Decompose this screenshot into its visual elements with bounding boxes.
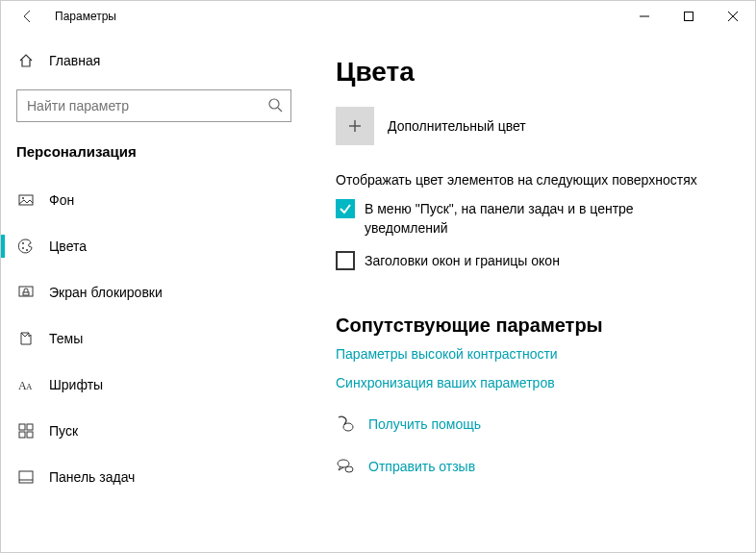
window-controls (622, 1, 755, 32)
help-icon (336, 415, 355, 433)
feedback-icon (336, 458, 355, 475)
feedback-row: Отправить отзыв (336, 458, 726, 475)
svg-point-10 (26, 249, 28, 251)
checkbox-icon (336, 251, 355, 270)
picture-icon (16, 192, 36, 208)
related-heading: Сопутствующие параметры (336, 314, 726, 337)
main-content: Цвета Дополнительный цвет Отображать цве… (307, 32, 755, 552)
custom-color-row: Дополнительный цвет (336, 107, 726, 145)
link-high-contrast[interactable]: Параметры высокой контрастности (336, 346, 726, 362)
svg-rect-18 (27, 432, 33, 438)
help-row: Получить помощь (336, 415, 726, 433)
sidebar-item-label: Шрифты (49, 377, 103, 392)
home-nav[interactable]: Главная (1, 39, 307, 82)
feedback-link[interactable]: Отправить отзыв (368, 459, 475, 474)
checkbox-titlebars[interactable]: Заголовки окон и границы окон (336, 251, 726, 270)
sidebar-item-lockscreen[interactable]: Экран блокировки (1, 269, 307, 315)
titlebar: Параметры (1, 1, 755, 32)
checkbox-label: Заголовки окон и границы окон (365, 251, 560, 270)
svg-rect-6 (19, 195, 33, 205)
svg-rect-15 (19, 424, 25, 430)
sidebar-item-label: Экран блокировки (49, 285, 163, 300)
svg-point-7 (22, 197, 24, 199)
sidebar-item-label: Темы (49, 331, 83, 346)
home-label: Главная (49, 53, 100, 68)
add-color-button[interactable] (336, 107, 374, 145)
svg-rect-19 (19, 471, 33, 483)
sidebar-item-start[interactable]: Пуск (1, 408, 307, 454)
svg-point-8 (22, 242, 24, 244)
sidebar-item-taskbar[interactable]: Панель задач (1, 454, 307, 500)
help-link[interactable]: Получить помощь (368, 416, 481, 432)
start-icon (16, 423, 36, 439)
svg-rect-1 (685, 13, 693, 21)
sidebar-item-background[interactable]: Фон (1, 177, 307, 223)
search-box[interactable] (16, 89, 291, 122)
themes-icon (16, 331, 36, 346)
link-sync[interactable]: Синхронизация ваших параметров (336, 375, 726, 390)
custom-color-label: Дополнительный цвет (388, 118, 526, 134)
svg-text:A: A (26, 382, 33, 391)
minimize-button[interactable] (622, 1, 667, 32)
sidebar-item-fonts[interactable]: AA Шрифты (1, 362, 307, 408)
svg-rect-16 (27, 424, 33, 430)
palette-icon (16, 239, 36, 254)
search-input[interactable] (25, 97, 267, 114)
sidebar: Главная Персонализация Фон Цвета Э (1, 32, 307, 552)
svg-point-25 (345, 466, 353, 472)
taskbar-icon (16, 469, 36, 485)
lockscreen-icon (16, 285, 36, 300)
window-title: Параметры (55, 10, 116, 23)
svg-point-9 (22, 247, 24, 249)
home-icon (16, 53, 36, 68)
checkbox-label: В меню "Пуск", на панели задач и в центр… (365, 199, 692, 238)
close-button[interactable] (711, 1, 755, 32)
svg-rect-12 (23, 292, 29, 295)
section-title: Персонализация (1, 139, 307, 177)
svg-point-23 (343, 423, 353, 431)
maximize-button[interactable] (667, 1, 711, 32)
sidebar-item-label: Панель задач (49, 469, 135, 485)
sidebar-item-label: Цвета (49, 239, 87, 254)
sidebar-item-label: Пуск (49, 423, 78, 439)
plus-icon (347, 118, 363, 134)
svg-rect-17 (19, 432, 25, 438)
sidebar-item-label: Фон (49, 192, 74, 208)
checkbox-icon (336, 199, 355, 218)
page-title: Цвета (336, 57, 726, 88)
surfaces-heading: Отображать цвет элементов на следующих п… (336, 172, 726, 188)
search-icon (267, 97, 283, 115)
back-button[interactable] (9, 1, 47, 32)
sidebar-item-themes[interactable]: Темы (1, 315, 307, 362)
checkbox-start-taskbar[interactable]: В меню "Пуск", на панели задач и в центр… (336, 199, 726, 238)
svg-point-4 (269, 99, 279, 109)
svg-line-5 (278, 108, 282, 112)
sidebar-item-colors[interactable]: Цвета (1, 223, 307, 269)
fonts-icon: AA (16, 378, 36, 391)
